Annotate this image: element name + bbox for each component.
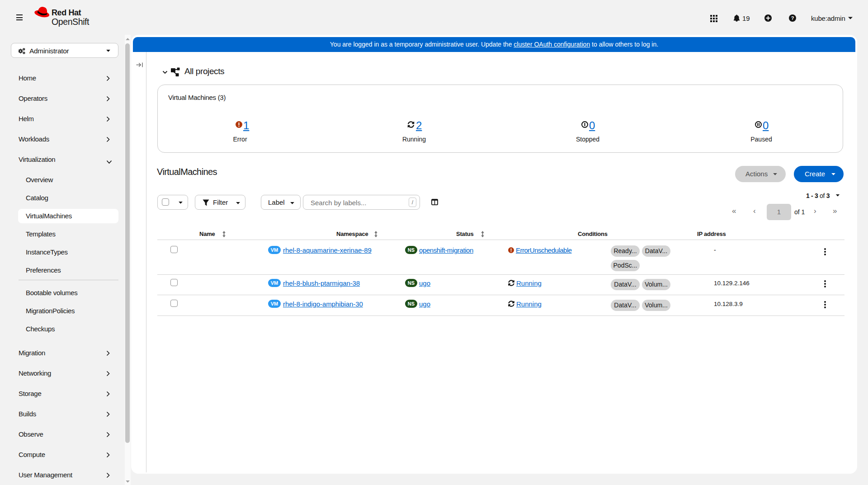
svg-text:?: ?	[791, 15, 794, 21]
